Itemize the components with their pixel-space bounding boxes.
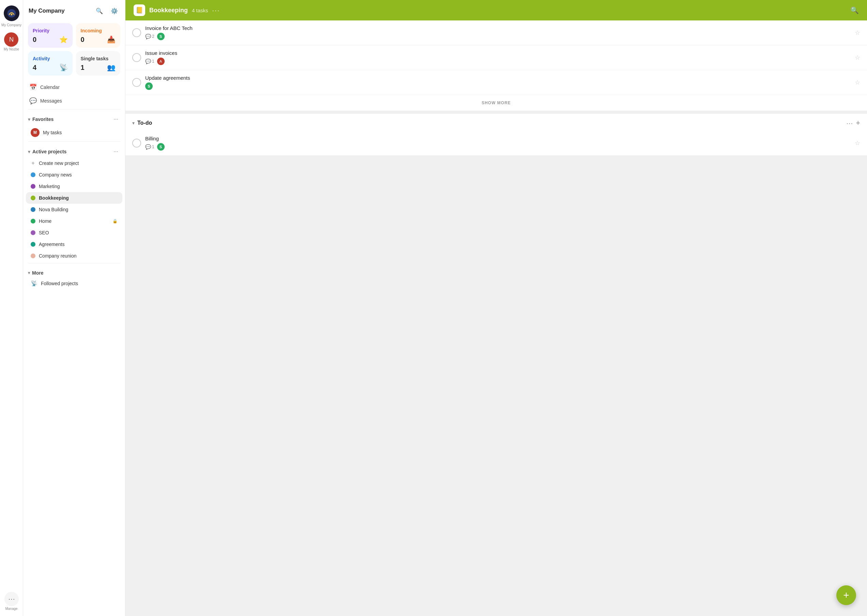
project-item-bookkeeping[interactable]: Bookkeeping — [26, 192, 122, 204]
task-name: Update agreements — [145, 75, 851, 81]
project-item-home[interactable]: Home🔒 — [26, 215, 122, 227]
activity-card[interactable]: Activity 4 📡 — [28, 51, 72, 75]
task-row[interactable]: Update agreements S ☆ — [126, 70, 867, 95]
project-label: Marketing — [39, 184, 118, 189]
project-dot — [31, 207, 35, 212]
task-row[interactable]: Invoice for ABC Tech 💬2 S ☆ — [126, 20, 867, 45]
favorites-section-header[interactable]: ▾ Favorites ··· — [23, 111, 125, 125]
fab-add-button[interactable]: + — [836, 585, 856, 605]
cards-grid: Priority 0 ⭐ Incoming 0 📥 Activity 4 📡 — [23, 20, 125, 80]
header-task-count: 4 tasks — [192, 8, 208, 13]
single-tasks-card[interactable]: Single tasks 1 👥 — [76, 51, 121, 75]
task-name: Issue invoices — [145, 50, 851, 56]
priority-card-count: 0 — [33, 36, 36, 44]
task-star-btn[interactable]: ☆ — [855, 139, 860, 147]
project-dot — [31, 219, 35, 223]
followed-projects-item[interactable]: 📡 Followed projects — [26, 277, 122, 289]
activity-card-count: 4 — [33, 64, 36, 72]
manage-item[interactable]: ⋯ Manage — [3, 591, 20, 612]
settings-button[interactable]: ⚙️ — [109, 5, 120, 16]
active-projects-chevron: ▾ — [28, 149, 30, 154]
project-item-company-news[interactable]: Company news — [26, 169, 122, 181]
more-label: More — [32, 270, 43, 276]
calendar-label: Calendar — [40, 85, 60, 90]
project-dot — [31, 196, 35, 200]
project-list: +Create new projectCompany newsMarketing… — [23, 157, 125, 262]
task-checkbox[interactable] — [132, 28, 141, 37]
project-label: Nova Building — [39, 207, 118, 212]
project-item-company-reunion[interactable]: Company reunion — [26, 250, 122, 262]
my-tasks-label: My tasks — [43, 130, 118, 135]
single-tasks-card-row: 1 👥 — [81, 63, 116, 72]
todo-more-btn[interactable]: ··· — [846, 119, 853, 127]
icon-rail: My Company N My Nozbe ⋯ Manage — [0, 0, 23, 616]
more-section: ▾ More 📡 Followed projects — [23, 265, 125, 292]
incoming-card-label: Incoming — [81, 28, 116, 33]
sidebar-header: My Company 🔍 ⚙️ — [23, 0, 125, 20]
header-search-icon[interactable]: 🔍 — [850, 6, 859, 14]
followed-projects-icon: 📡 — [31, 280, 38, 286]
task-name: Billing — [145, 135, 851, 141]
task-checkbox[interactable] — [132, 139, 141, 148]
rail-logo-item[interactable]: My Company — [0, 4, 23, 28]
task-meta: S — [145, 82, 851, 90]
active-projects-more-btn[interactable]: ··· — [112, 147, 120, 156]
incoming-card[interactable]: Incoming 0 📥 — [76, 23, 121, 48]
messages-label: Messages — [40, 98, 62, 104]
search-button[interactable]: 🔍 — [94, 5, 105, 16]
task-star-btn[interactable]: ☆ — [855, 29, 860, 36]
add-project-icon: + — [31, 161, 35, 166]
svg-point-1 — [11, 14, 12, 15]
task-info: Invoice for ABC Tech 💬2 S — [145, 25, 851, 40]
task-name: Invoice for ABC Tech — [145, 25, 851, 31]
task-info: Issue invoices 💬1 A — [145, 50, 851, 65]
messages-icon: 💬 — [29, 97, 37, 105]
project-item-seo[interactable]: SEO — [26, 227, 122, 239]
favorites-more-btn[interactable]: ··· — [112, 115, 120, 124]
main-task-section: Invoice for ABC Tech 💬2 S ☆ Issue invoic… — [126, 20, 867, 95]
task-row[interactable]: Billing 💬1 S ☆ — [126, 131, 867, 156]
project-item-nova-building[interactable]: Nova Building — [26, 204, 122, 215]
divider-3 — [28, 263, 120, 263]
header-title: Bookkeeping — [149, 7, 188, 14]
task-checkbox[interactable] — [132, 53, 141, 62]
task-star-btn[interactable]: ☆ — [855, 79, 860, 86]
incoming-card-count: 0 — [81, 36, 85, 44]
project-item-agreements[interactable]: Agreements — [26, 239, 122, 250]
messages-nav-item[interactable]: 💬 Messages — [26, 94, 122, 108]
priority-card[interactable]: Priority 0 ⭐ — [28, 23, 72, 48]
sidebar-nav: 📅 Calendar 💬 Messages — [23, 80, 125, 108]
project-label: Home — [39, 218, 109, 224]
priority-card-row: 0 ⭐ — [33, 35, 68, 44]
task-star-btn[interactable]: ☆ — [855, 54, 860, 61]
todo-add-btn[interactable]: + — [856, 119, 860, 127]
active-projects-header-left: ▾ Active projects — [28, 149, 66, 154]
task-row[interactable]: Issue invoices 💬1 A ☆ — [126, 45, 867, 70]
main-body: Invoice for ABC Tech 💬2 S ☆ Issue invoic… — [126, 20, 867, 616]
task-meta: 💬1 S — [145, 143, 851, 151]
manage-icon[interactable]: ⋯ — [5, 592, 19, 606]
priority-card-icon: ⭐ — [59, 35, 68, 44]
project-item-marketing[interactable]: Marketing — [26, 181, 122, 192]
calendar-nav-item[interactable]: 📅 Calendar — [26, 80, 122, 94]
project-dot — [31, 184, 35, 189]
manage-label: Manage — [5, 607, 17, 611]
task-meta: 💬1 A — [145, 58, 851, 65]
my-nozbe-label: My Nozbe — [4, 47, 19, 51]
incoming-card-icon: 📥 — [107, 35, 115, 44]
task-checkbox[interactable] — [132, 78, 141, 87]
task-comment-count: 💬2 — [145, 34, 154, 39]
my-nozbe-item[interactable]: N My Nozbe — [2, 31, 20, 52]
more-chevron-icon: ▾ — [28, 270, 30, 275]
my-tasks-item[interactable]: M My tasks — [26, 125, 122, 140]
calendar-icon: 📅 — [29, 83, 37, 91]
show-more-btn[interactable]: SHOW MORE — [126, 95, 867, 111]
sidebar-title: My Company — [28, 8, 65, 14]
todo-chevron-icon[interactable]: ▾ — [132, 120, 135, 126]
more-header[interactable]: ▾ More — [23, 267, 125, 277]
favorites-chevron: ▾ — [28, 117, 30, 122]
svg-point-0 — [7, 9, 16, 18]
project-item-create-new-project[interactable]: +Create new project — [26, 157, 122, 169]
active-projects-section-header[interactable]: ▾ Active projects ··· — [23, 143, 125, 157]
header-more-btn[interactable]: ··· — [212, 6, 220, 14]
